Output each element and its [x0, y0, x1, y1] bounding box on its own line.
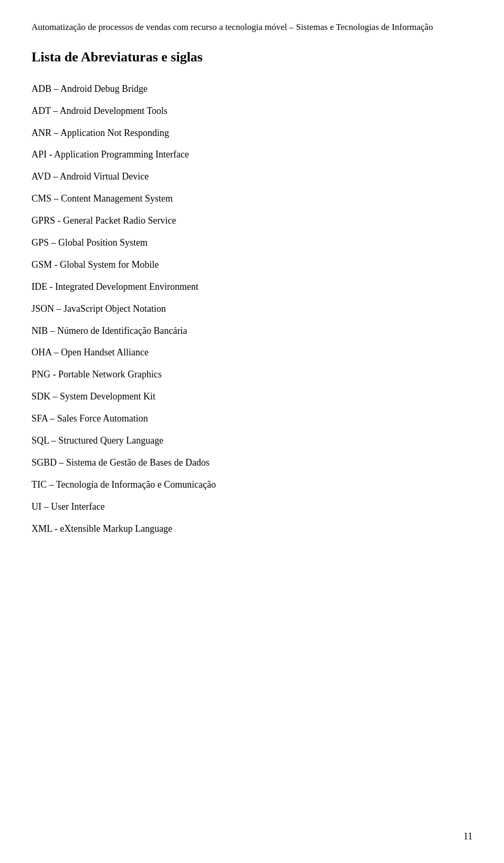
- abbreviation-list: ADB – Android Debug BridgeADT – Android …: [32, 82, 472, 536]
- list-item: XML - eXtensible Markup Language: [32, 522, 472, 536]
- section-title: Lista de Abreviaturas e siglas: [32, 49, 472, 65]
- page-header: Automatização de processos de vendas com…: [32, 21, 472, 34]
- list-item: TIC – Tecnologia de Informação e Comunic…: [32, 478, 472, 492]
- list-item: ANR – Application Not Responding: [32, 126, 472, 141]
- list-item: NIB – Número de Identificação Bancária: [32, 324, 472, 339]
- list-item: API - Application Programming Interface: [32, 148, 472, 162]
- list-item: JSON – JavaScript Object Notation: [32, 302, 472, 317]
- page-number: 11: [464, 831, 472, 842]
- list-item: GSM - Global System for Mobile: [32, 258, 472, 272]
- list-item: PNG - Portable Network Graphics: [32, 367, 472, 382]
- list-item: UI – User Interface: [32, 500, 472, 514]
- list-item: SQL – Structured Query Language: [32, 434, 472, 448]
- list-item: GPRS - General Packet Radio Service: [32, 214, 472, 228]
- list-item: CMS – Content Management System: [32, 192, 472, 206]
- list-item: ADT – Android Development Tools: [32, 104, 472, 119]
- list-item: SDK – System Development Kit: [32, 390, 472, 404]
- list-item: IDE - Integrated Development Environment: [32, 280, 472, 294]
- list-item: ADB – Android Debug Bridge: [32, 82, 472, 97]
- list-item: SGBD – Sistema de Gestão de Bases de Dad…: [32, 456, 472, 470]
- list-item: SFA – Sales Force Automation: [32, 412, 472, 426]
- list-item: OHA – Open Handset Alliance: [32, 345, 472, 360]
- list-item: GPS – Global Position System: [32, 236, 472, 250]
- list-item: AVD – Android Virtual Device: [32, 170, 472, 184]
